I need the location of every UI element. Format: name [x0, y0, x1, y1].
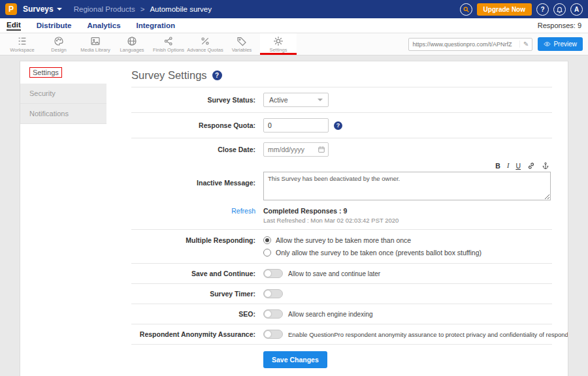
edit-url-icon[interactable]: ✎	[519, 40, 532, 48]
multiple-responding-row: Multiple Responding: Allow the survey to…	[131, 230, 552, 263]
save-continue-toggle[interactable]	[263, 269, 283, 278]
surveys-menu[interactable]: Surveys	[23, 5, 62, 14]
survey-status-value: Active	[269, 96, 288, 104]
completed-responses: Completed Responses : 9	[263, 207, 347, 215]
breadcrumb-separator: >	[140, 5, 145, 13]
tool-design[interactable]: Design	[41, 33, 77, 55]
survey-status-label: Survey Status:	[131, 96, 255, 104]
section-nav: Edit Distribute Analytics Integration Re…	[0, 18, 588, 33]
link-icon[interactable]	[527, 162, 535, 170]
notifications-button[interactable]	[553, 3, 566, 16]
page-title: Survey Settings	[131, 69, 207, 82]
survey-status-row: Survey Status: Active	[131, 87, 552, 112]
save-continue-row: Save and Continue: Allow to save and con…	[131, 264, 552, 283]
bold-icon[interactable]: B	[495, 163, 500, 170]
upgrade-now-button[interactable]: Upgrade Now	[477, 3, 532, 16]
nav-item-integration[interactable]: Integration	[137, 22, 175, 29]
italic-icon[interactable]: I	[507, 163, 510, 170]
user-avatar[interactable]: A	[570, 3, 583, 16]
preview-label: Preview	[553, 40, 577, 48]
refresh-row: Refresh Completed Responses : 9 Last Ref…	[131, 204, 552, 229]
inactive-message-row: Inactive Message: B I U This Survey has …	[131, 161, 552, 204]
title-row: Survey Settings ?	[131, 61, 552, 87]
bell-icon	[556, 6, 563, 13]
chevron-down-icon	[318, 99, 323, 101]
survey-status-select[interactable]: Active	[263, 93, 329, 107]
sidebar-item-settings[interactable]: Settings	[20, 61, 106, 84]
tool-settings[interactable]: Settings	[260, 33, 297, 55]
anonymity-toggle[interactable]	[263, 330, 283, 339]
sidebar-item-notifications[interactable]: Notifications	[20, 104, 106, 124]
seo-row: SEO: Allow search engine indexing	[131, 304, 552, 324]
tool-label: Variables	[232, 47, 252, 53]
tool-media-library[interactable]: Media Library	[77, 33, 114, 55]
anonymity-row: Respondent Anonymity Assurance: Enable Q…	[131, 324, 552, 344]
tool-label: Languages	[120, 47, 144, 53]
anonymity-desc: Enable QuestionPro respondent anonymity …	[288, 331, 568, 338]
page-background: Settings Security Notifications Survey S…	[0, 55, 588, 375]
underline-icon[interactable]: U	[515, 163, 521, 170]
survey-timer-row: Survey Timer:	[131, 284, 552, 304]
calendar-icon[interactable]	[318, 146, 325, 153]
nav-item-distribute[interactable]: Distribute	[37, 22, 72, 29]
survey-url-input[interactable]	[409, 41, 519, 48]
tool-label: Design	[51, 47, 66, 53]
close-date-row: Close Date:	[131, 138, 552, 161]
preview-button[interactable]: Preview	[538, 37, 583, 51]
help-button[interactable]: ?	[536, 3, 549, 16]
tool-workspace[interactable]: Workspace	[4, 33, 41, 55]
seo-toggle[interactable]	[263, 309, 283, 319]
radio-icon-checked	[263, 236, 271, 244]
save-changes-button[interactable]: Save Changes	[263, 351, 327, 368]
radio-option-once-only[interactable]: Only allow the survey to be taken once (…	[263, 249, 482, 257]
inactive-message-block: B I U This Survey has been deactivated b…	[263, 162, 551, 203]
survey-timer-label: Survey Timer:	[131, 290, 255, 298]
logo-letter: P	[8, 5, 14, 14]
tool-languages[interactable]: Languages	[114, 33, 150, 55]
chevron-down-icon	[57, 8, 62, 10]
settings-card: Settings Security Notifications Survey S…	[20, 61, 568, 376]
nav-item-edit[interactable]: Edit	[7, 21, 21, 31]
close-date-field	[263, 142, 329, 157]
radio-option-multiple-allowed[interactable]: Allow the survey to be taken more than o…	[263, 236, 411, 244]
tool-variables[interactable]: Variables	[223, 33, 260, 55]
survey-timer-toggle[interactable]	[263, 289, 283, 298]
gear-icon	[273, 36, 284, 46]
tool-label: Workspace	[10, 47, 34, 53]
tool-label: Advance Quotas	[187, 47, 223, 53]
last-refreshed: Last Refreshed : Mon Mar 02 02:03:42 PST…	[263, 217, 399, 224]
inactive-message-textarea[interactable]: This Survey has been deactivated by the …	[263, 172, 551, 200]
tool-finish-options[interactable]: Finish Options	[150, 33, 187, 55]
radio-option-label: Only allow the survey to be taken once (…	[276, 249, 482, 257]
title-help-icon[interactable]: ?	[212, 70, 222, 80]
nav-item-analytics[interactable]: Analytics	[87, 22, 120, 29]
response-quota-input[interactable]	[263, 118, 329, 133]
anchor-icon[interactable]	[542, 162, 549, 170]
image-icon	[90, 36, 101, 46]
tag-icon	[237, 36, 247, 46]
breadcrumb: Regional Products > Automobile survey	[74, 5, 212, 13]
survey-url-box: ✎	[408, 38, 532, 51]
topbar-actions: Upgrade Now ? A	[460, 3, 583, 16]
save-continue-desc: Allow to save and continue later	[288, 270, 380, 277]
anonymity-label: Respondent Anonymity Assurance:	[131, 330, 255, 338]
breadcrumb-parent[interactable]: Regional Products	[74, 5, 135, 13]
search-button[interactable]	[460, 3, 472, 16]
multiple-responding-label: Multiple Responding:	[131, 236, 255, 244]
tool-advance-quotas[interactable]: Advance Quotas	[187, 33, 223, 55]
breadcrumb-current: Automobile survey	[150, 5, 212, 13]
sidebar-item-security[interactable]: Security	[20, 84, 106, 104]
globe-icon	[127, 36, 137, 46]
close-date-label: Close Date:	[131, 146, 255, 153]
toolbar-right: ✎ Preview	[408, 33, 584, 55]
radio-icon-unchecked	[263, 249, 271, 257]
refresh-link[interactable]: Refresh	[131, 207, 255, 215]
sidebar-settings-label: Settings	[29, 67, 62, 78]
percent-icon	[200, 36, 210, 46]
response-quota-label: Response Quota:	[131, 121, 255, 129]
response-quota-help-icon[interactable]: ?	[334, 121, 342, 130]
avatar-letter: A	[574, 6, 579, 13]
questionpro-logo[interactable]: P	[5, 3, 17, 15]
save-continue-label: Save and Continue:	[131, 270, 255, 277]
surveys-menu-label: Surveys	[23, 5, 54, 14]
